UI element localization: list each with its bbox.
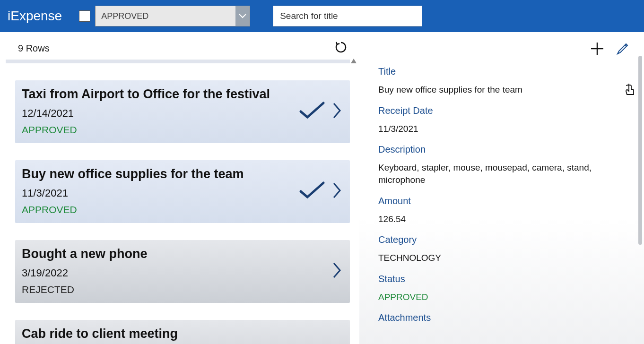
detail-status-label: Status [378, 274, 625, 284]
detail-panel: Title Buy new office supplies for the te… [359, 32, 644, 344]
detail-description-label: Description [378, 144, 625, 155]
edit-icon[interactable] [616, 42, 630, 58]
expense-status: APPROVED [22, 204, 299, 215]
expense-date: 11/3/2021 [22, 187, 299, 199]
detail-receipt-date-value: 11/3/2021 [378, 123, 625, 135]
expense-title: Taxi from Airport to Office for the fest… [22, 87, 299, 102]
status-filter-value: APPROVED [96, 11, 235, 21]
expense-status: APPROVED [22, 124, 299, 136]
filter-checkbox[interactable] [79, 10, 90, 22]
app-header: iExpense APPROVED [0, 0, 644, 32]
detail-amount-label: Amount [378, 196, 625, 206]
list-item[interactable]: Cab ride to client meeting [15, 320, 350, 344]
status-filter-select[interactable]: APPROVED [95, 6, 250, 26]
vertical-scrollbar[interactable] [638, 56, 642, 245]
detail-category-label: Category [378, 234, 625, 245]
list-header: 9 Rows [0, 32, 359, 60]
detail-title-value: Buy new office supplies for the team [378, 84, 625, 96]
content-area: 9 Rows Taxi from Airport to Office for t… [0, 32, 644, 344]
detail-category-value: TECHNOLOGY [378, 252, 625, 264]
app-title: iExpense [8, 9, 62, 24]
expense-title: Bought a new phone [22, 247, 333, 261]
expense-status: REJECTED [22, 284, 333, 295]
expense-list: Taxi from Airport to Office for the fest… [0, 80, 359, 344]
expense-list-panel: 9 Rows Taxi from Airport to Office for t… [0, 32, 359, 344]
chevron-right-icon[interactable] [333, 103, 341, 120]
search-input[interactable] [273, 6, 422, 26]
cursor-icon [625, 83, 635, 97]
add-icon[interactable] [590, 42, 604, 58]
list-item[interactable]: Buy new office supplies for the team 11/… [15, 160, 350, 223]
expense-date: 12/14/2021 [22, 107, 299, 120]
detail-amount-value: 126.54 [378, 213, 625, 225]
chevron-right-icon[interactable] [333, 262, 341, 280]
chevron-right-icon[interactable] [333, 182, 341, 200]
expense-title: Buy new office supplies for the team [22, 167, 299, 181]
list-item[interactable]: Bought a new phone 3/19/2022 REJECTED [15, 240, 350, 303]
checkmark-icon [299, 101, 325, 122]
checkmark-icon [299, 181, 325, 202]
detail-title-label: Title [378, 66, 625, 77]
chevron-down-icon [235, 6, 250, 26]
expense-title: Cab ride to client meeting [22, 327, 341, 341]
detail-attachments-label: Attachments [378, 312, 625, 323]
detail-status-value: APPROVED [378, 291, 625, 303]
horizontal-scrollbar[interactable] [6, 60, 350, 63]
detail-description-value: Keyboard, stapler, mouse, mousepad, came… [378, 162, 625, 186]
list-item[interactable]: Taxi from Airport to Office for the fest… [15, 80, 350, 143]
row-count: 9 Rows [18, 43, 50, 54]
expense-date: 3/19/2022 [22, 267, 333, 279]
refresh-icon[interactable] [335, 41, 347, 56]
detail-receipt-date-label: Receipt Date [378, 105, 625, 116]
detail-actions [378, 42, 630, 58]
